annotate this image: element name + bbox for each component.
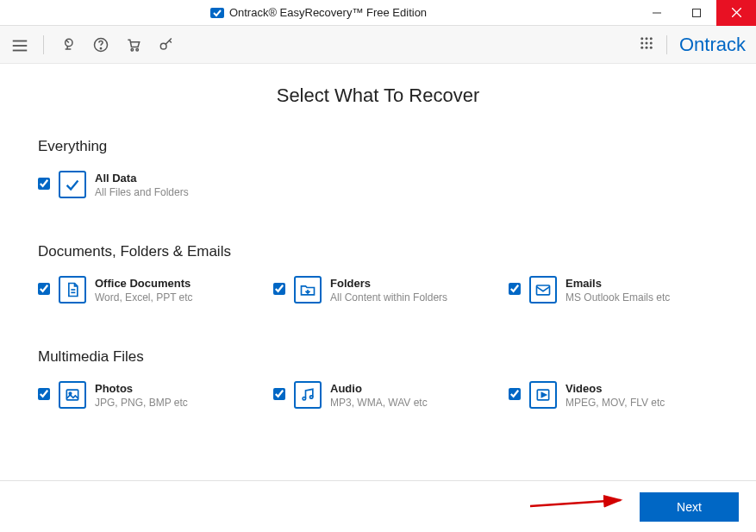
- svg-rect-2: [693, 9, 701, 16]
- svg-point-18: [645, 41, 647, 44]
- section-title-everything: Everything: [38, 138, 718, 155]
- svg-point-19: [650, 41, 653, 44]
- play-icon: [529, 381, 557, 409]
- section-title-documents: Documents, Folders & Emails: [38, 243, 718, 260]
- svg-point-13: [160, 43, 166, 49]
- checkbox-photos[interactable]: [38, 388, 50, 400]
- svg-point-28: [303, 397, 305, 400]
- close-button[interactable]: [716, 0, 756, 26]
- next-button[interactable]: Next: [640, 492, 739, 522]
- svg-point-16: [650, 37, 653, 40]
- minimize-button[interactable]: [637, 0, 677, 26]
- window-title: Ontrack® EasyRecovery™ Free Edition: [229, 6, 427, 19]
- page-title: Select What To Recover: [38, 84, 718, 107]
- document-icon: [59, 276, 86, 304]
- svg-point-12: [136, 48, 139, 51]
- option-desc: Word, Excel, PPT etc: [95, 291, 193, 304]
- checkbox-all-data[interactable]: [38, 178, 50, 190]
- option-desc: MS Outlook Emails etc: [565, 291, 670, 304]
- checkbox-audio[interactable]: [273, 388, 285, 400]
- microscope-icon[interactable]: [59, 36, 77, 53]
- option-desc: All Files and Folders: [95, 186, 189, 198]
- svg-point-29: [310, 396, 313, 398]
- svg-line-31: [530, 500, 621, 506]
- section-title-multimedia: Multimedia Files: [38, 348, 718, 366]
- apps-grid-icon[interactable]: [639, 35, 654, 54]
- separator: [43, 35, 44, 54]
- option-title: Office Documents: [95, 277, 193, 290]
- option-title: Photos: [95, 382, 188, 395]
- svg-rect-26: [66, 390, 78, 400]
- cart-icon[interactable]: [125, 36, 142, 53]
- image-icon: [59, 381, 86, 409]
- option-title: Emails: [565, 277, 670, 290]
- svg-point-22: [650, 46, 653, 48]
- brand-logo: Ontrack: [679, 34, 746, 56]
- option-title: All Data: [95, 172, 189, 185]
- checkbox-videos[interactable]: [509, 388, 521, 400]
- checkbox-office-documents[interactable]: [38, 283, 50, 295]
- svg-rect-25: [537, 285, 550, 295]
- maximize-button[interactable]: [677, 0, 716, 26]
- annotation-arrow: [526, 491, 629, 520]
- key-icon[interactable]: [158, 36, 175, 53]
- svg-rect-0: [210, 8, 224, 18]
- option-desc: MPEG, MOV, FLV etc: [565, 397, 665, 409]
- svg-point-10: [100, 47, 101, 48]
- mail-icon: [529, 276, 557, 304]
- svg-point-21: [645, 46, 647, 48]
- checkbox-emails[interactable]: [509, 283, 521, 295]
- option-title: Folders: [330, 277, 447, 290]
- app-icon: [210, 6, 224, 20]
- separator: [666, 35, 667, 54]
- checkbox-folders[interactable]: [273, 283, 285, 295]
- svg-point-14: [640, 37, 643, 40]
- check-icon: [59, 171, 86, 198]
- option-desc: JPG, PNG, BMP etc: [95, 397, 188, 409]
- svg-point-15: [645, 37, 647, 40]
- svg-point-11: [131, 48, 134, 51]
- option-desc: All Content within Folders: [330, 291, 447, 304]
- folder-icon: [294, 276, 322, 304]
- option-title: Videos: [565, 382, 665, 395]
- menu-icon[interactable]: [10, 36, 28, 53]
- option-desc: MP3, WMA, WAV etc: [330, 397, 428, 409]
- svg-point-20: [640, 46, 643, 48]
- svg-point-17: [640, 41, 643, 44]
- help-icon[interactable]: [92, 36, 109, 53]
- option-title: Audio: [330, 382, 428, 395]
- music-icon: [294, 381, 322, 409]
